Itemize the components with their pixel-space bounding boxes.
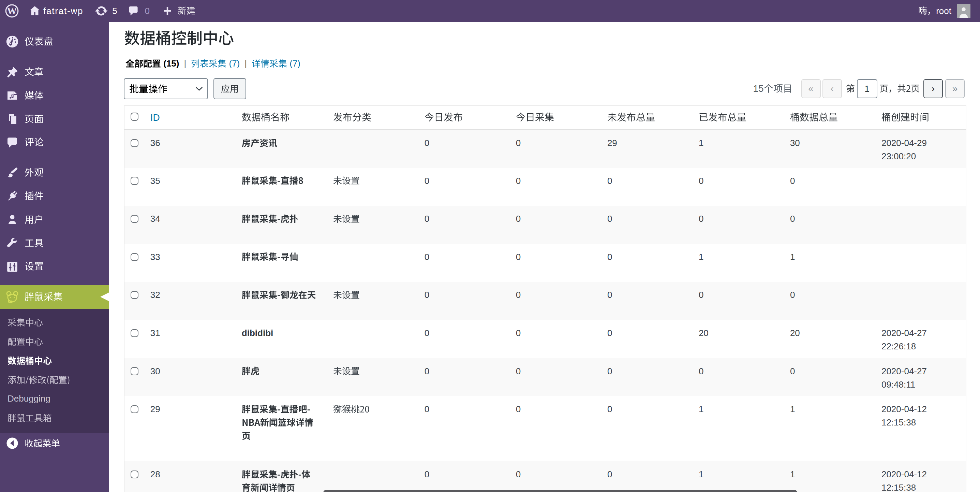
svg-text:W: W <box>7 5 17 16</box>
